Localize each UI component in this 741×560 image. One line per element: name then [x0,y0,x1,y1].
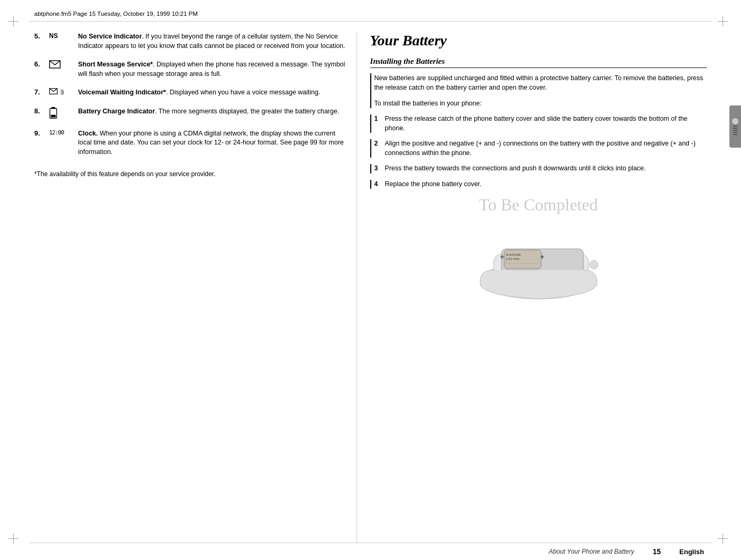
step-4-num: 4 [374,180,381,189]
item-number-6: 6. [34,60,49,68]
left-column: 5. NS No Service Indicator. If you trave… [29,32,357,543]
item-number-8: 8. [34,107,49,115]
footer-label: About Your Phone and Battery [549,548,634,555]
step-2: 2 Align the positive and negative (+ and… [374,139,707,158]
page-number: 15 [652,547,661,556]
indicator-item-8: 8. Battery Charge Indicator. The more se… [34,107,346,120]
svg-text:+: + [540,253,544,261]
svg-point-18 [590,260,598,269]
svg-text:1.5V AAA: 1.5V AAA [506,257,519,260]
install-prompt: To install the batteries in your phone: [374,99,707,108]
step-3-text: Press the battery towards the connection… [385,164,646,173]
footnote: *The availability of this feature depend… [34,170,346,179]
tab-line-2 [733,128,737,129]
battery-illustration: ALKALINE 1.5V AAA + + ALKALINE 1.5V AAA [370,223,707,302]
indicator-item-9: 9. 12:00 Clock. When your phone is using… [34,129,346,157]
step-2-text: Align the positive and negative (+ and -… [385,139,707,158]
indicator-list: 5. NS No Service Indicator. If you trave… [34,32,346,157]
step-4: 4 Replace the phone battery cover. [374,180,707,189]
item-title-6: Short Message Service* [78,61,153,68]
svg-text:+: + [500,253,504,261]
step-1-num: 1 [374,114,381,133]
item-text-8: Battery Charge Indicator. The more segme… [78,107,346,117]
item-title-8: Battery Charge Indicator [78,108,155,115]
step-1-wrapper: 1 Press the release catch of the phone b… [370,114,707,133]
item-number-7: 7. [34,88,49,96]
step-1-text: Press the release catch of the phone bat… [385,114,707,133]
header-bar: abtphone.fm5 Page 15 Tuesday, October 19… [29,11,712,22]
battery-svg: ALKALINE 1.5V AAA + + ALKALINE 1.5V AAA [462,223,615,302]
tbc-section: To Be Completed ALKALINE [370,195,707,302]
tbc-title: To Be Completed [370,195,707,215]
indicator-item-7: 7. ·)) Voicemail Waiting Indicator*. Dis… [34,88,346,98]
right-tab [729,105,741,148]
svg-text:ALKALINE: ALKALINE [506,253,521,256]
battery-icon [49,107,57,120]
indicator-item-6: 6. Short Message Service*. Displayed whe… [34,60,346,79]
item-symbol-7: ·)) [49,88,78,95]
step-2-wrapper: 2 Align the positive and negative (+ and… [370,139,707,158]
item-number-5: 5. [34,32,49,40]
step-3-wrapper: 3 Press the battery towards the connecti… [370,164,707,173]
item-symbol-9: 12:00 [49,129,78,136]
item-text-6: Short Message Service*. Displayed when t… [78,60,346,79]
envelope-icon [49,60,61,69]
page-container: abtphone.fm5 Page 15 Tuesday, October 19… [0,0,741,560]
indicator-item-5: 5. NS No Service Indicator. If you trave… [34,32,346,51]
main-content: abtphone.fm5 Page 15 Tuesday, October 19… [29,0,712,560]
footnote-text: *The availability of this feature depend… [34,170,216,178]
footer: About Your Phone and Battery 15 English [29,543,712,560]
tab-icon [732,118,738,124]
item-title-5: No Service Indicator [78,33,142,40]
item-number-9: 9. [34,129,49,137]
item-symbol-8 [49,107,78,120]
corner-mark-top-left [8,16,24,32]
step-3-num: 3 [374,164,381,173]
item-symbol-5: NS [49,32,78,40]
left-sidebar [0,0,29,560]
right-sidebar [712,0,741,560]
step-4-text: Replace the phone battery cover. [385,180,482,189]
intro-paragraph: New batteries are supplied uncharged and… [370,73,707,108]
step-4-wrapper: 4 Replace the phone battery cover. [370,180,707,189]
step-3: 3 Press the battery towards the connecti… [374,164,707,173]
item-title-7: Voicemail Waiting Indicator* [78,89,166,96]
tab-line-5 [733,134,737,135]
header-text: abtphone.fm5 Page 15 Tuesday, October 19… [34,11,198,17]
corner-mark-bottom-right [717,528,733,544]
right-column: Your Battery Installing the Batteries Ne… [357,32,712,543]
corner-mark-bottom-left [8,528,24,544]
footer-language: English [679,548,704,556]
corner-mark-top-right [717,16,733,32]
svg-rect-4 [51,114,55,117]
item-text-9: Clock. When your phone is using a CDMA d… [78,129,346,157]
item-text-7: Voicemail Waiting Indicator*. Displayed … [78,88,346,98]
tab-line-1 [733,125,737,127]
tab-line-3 [733,130,737,131]
tab-line-4 [733,132,737,133]
item-title-9: Clock. [78,130,98,137]
wave-symbol: ·)) [60,89,63,95]
envelope-wave-icon [49,88,59,95]
content-area: 5. NS No Service Indicator. If you trave… [29,32,712,543]
tab-lines [733,125,737,135]
step-1: 1 Press the release catch of the phone b… [374,114,707,133]
step-2-num: 2 [374,139,381,158]
intro-text: New batteries are supplied uncharged and… [374,73,707,92]
section-title: Your Battery [370,32,707,49]
item-text-5: No Service Indicator. If you travel beyo… [78,32,346,51]
subsection-title: Installing the Batteries [370,57,707,68]
item-symbol-6 [49,60,78,69]
